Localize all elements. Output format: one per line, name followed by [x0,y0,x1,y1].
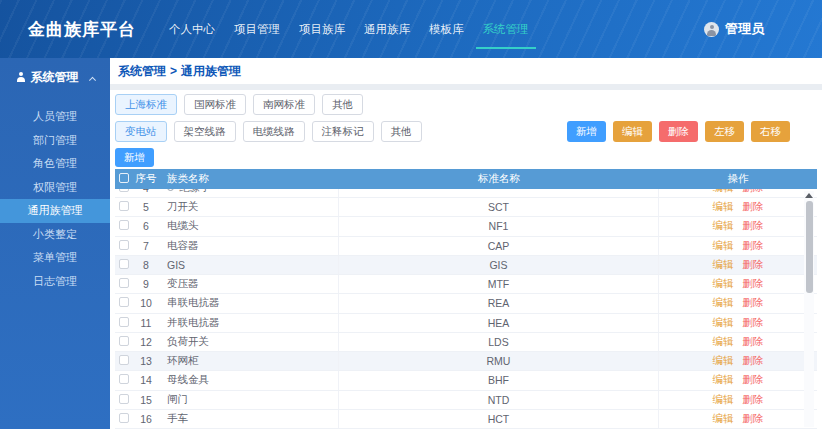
edit-link[interactable]: 编辑 [713,393,734,405]
table-scrollbar[interactable] [804,191,814,427]
row-checkbox[interactable] [119,374,129,384]
scrollbar-thumb[interactable] [806,201,813,293]
edit-link[interactable]: 编辑 [713,412,734,424]
table-row: 5刀开关SCT编辑删除 [115,198,817,217]
row-checkbox[interactable] [119,297,129,307]
row-checkbox[interactable] [119,189,129,192]
edit-link[interactable]: 编辑 [713,335,734,347]
row-checkbox[interactable] [119,394,129,404]
nav-item-project-library[interactable]: 项目族库 [296,17,348,42]
delete-link[interactable]: 删除 [743,189,764,193]
standard-tabs: 上海标准国网标准南网标准其他 [115,94,363,115]
select-all-checkbox[interactable] [119,173,129,183]
sidebar-item-permission-management[interactable]: 权限管理 [0,176,110,200]
delete-link[interactable]: 删除 [743,277,764,289]
table-row: 10串联电抗器REA编辑删除 [115,294,817,313]
family-name-text: 并联电抗器 [167,316,220,330]
delete-link[interactable]: 删除 [743,239,764,251]
table-row-inner: 4绝缘子编辑删除 [115,189,817,198]
table-row-inner: 6电缆头NF1编辑删除 [115,217,817,236]
edit-link[interactable]: 编辑 [713,189,734,193]
category-tab-2[interactable]: 电缆线路 [243,121,305,142]
standard-tab-1[interactable]: 国网标准 [184,94,246,115]
row-checkbox[interactable] [119,355,129,365]
row-standard-name: HCT [339,410,659,428]
column-operation: 操作 [659,172,817,186]
row-checkbox-cell [115,189,131,194]
radio-marker-icon[interactable] [167,189,174,191]
delete-link[interactable]: 删除 [743,393,764,405]
nav-item-template-library[interactable]: 模板库 [426,17,467,42]
row-checkbox[interactable] [119,240,129,250]
table-row: 9变压器MTF编辑删除 [115,275,817,294]
breadcrumb-parent[interactable]: 系统管理 [118,63,166,80]
edit-link[interactable]: 编辑 [713,219,734,231]
nav-item-system-management[interactable]: 系统管理 [480,17,532,42]
category-tab-1[interactable]: 架空线路 [174,121,236,142]
sidebar-header[interactable]: 系统管理 [0,58,110,96]
delete-link[interactable]: 删除 [743,296,764,308]
delete-link[interactable]: 删除 [743,335,764,347]
edit-link[interactable]: 编辑 [713,258,734,270]
edit-link[interactable]: 编辑 [713,354,734,366]
sidebar-item-menu-management[interactable]: 菜单管理 [0,246,110,270]
row-checkbox-cell [115,201,131,213]
row-checkbox[interactable] [119,259,129,269]
row-checkbox[interactable] [119,336,129,346]
add-action-button[interactable]: 新增 [567,121,606,142]
table-row-inner: 11并联电抗器HEA编辑删除 [115,314,817,333]
row-checkbox[interactable] [119,317,129,327]
category-tab-0[interactable]: 变电站 [115,121,167,142]
delete-link[interactable]: 删除 [743,258,764,270]
category-tab-3[interactable]: 注释标记 [312,121,374,142]
delete-action-button[interactable]: 删除 [659,121,698,142]
row-operations: 编辑删除 [659,277,817,291]
edit-link[interactable]: 编辑 [713,200,734,212]
edit-link[interactable]: 编辑 [713,316,734,328]
delete-link[interactable]: 删除 [743,219,764,231]
delete-link[interactable]: 删除 [743,354,764,366]
nav-item-project-management[interactable]: 项目管理 [231,17,283,42]
row-family-name: GIS [161,256,339,274]
delete-link[interactable]: 删除 [743,316,764,328]
move-left-action-button[interactable]: 左移 [705,121,744,142]
row-standard-name: BHF [339,371,659,389]
move-right-action-button[interactable]: 右移 [751,121,790,142]
sidebar-item-common-family-management[interactable]: 通用族管理 [0,199,110,223]
sidebar-item-log-management[interactable]: 日志管理 [0,270,110,294]
standard-tab-2[interactable]: 南网标准 [253,94,315,115]
standard-tab-0[interactable]: 上海标准 [115,94,177,115]
nav-item-common-library[interactable]: 通用族库 [361,17,413,42]
edit-link[interactable]: 编辑 [713,239,734,251]
category-filter-row: 变电站架空线路电缆线路注释标记其他 新增编辑删除左移右移 [115,121,817,142]
delete-link[interactable]: 删除 [743,200,764,212]
row-checkbox[interactable] [119,201,129,211]
nav-item-personal-center[interactable]: 个人中心 [166,17,218,42]
top-navbar: 金曲族库平台 个人中心项目管理项目族库通用族库模板库系统管理 管理员 [0,0,822,58]
edit-action-button[interactable]: 编辑 [613,121,652,142]
category-tab-4[interactable]: 其他 [381,121,422,142]
sidebar-item-category-setting[interactable]: 小类整定 [0,223,110,247]
breadcrumb: 系统管理 > 通用族管理 [110,58,822,84]
add-button[interactable]: 新增 [115,148,154,167]
edit-link[interactable]: 编辑 [713,296,734,308]
row-checkbox-cell [115,317,131,329]
delete-link[interactable]: 删除 [743,373,764,385]
row-checkbox[interactable] [119,220,129,230]
delete-link[interactable]: 删除 [743,412,764,424]
user-menu[interactable]: 管理员 [704,20,764,38]
sidebar-item-personnel-management[interactable]: 人员管理 [0,105,110,129]
edit-link[interactable]: 编辑 [713,373,734,385]
standard-tab-3[interactable]: 其他 [322,94,363,115]
row-checkbox-cell [115,336,131,348]
sidebar-item-role-management[interactable]: 角色管理 [0,152,110,176]
row-checkbox-cell [115,413,131,425]
row-checkbox[interactable] [119,278,129,288]
sidebar-item-department-management[interactable]: 部门管理 [0,129,110,153]
row-checkbox[interactable] [119,413,129,423]
table-row: 4绝缘子编辑删除 [115,189,817,198]
edit-link[interactable]: 编辑 [713,277,734,289]
scroll-up-arrow-icon[interactable] [805,193,813,198]
family-name-text: 串联电抗器 [167,296,220,310]
row-standard-name: NTD [339,391,659,409]
